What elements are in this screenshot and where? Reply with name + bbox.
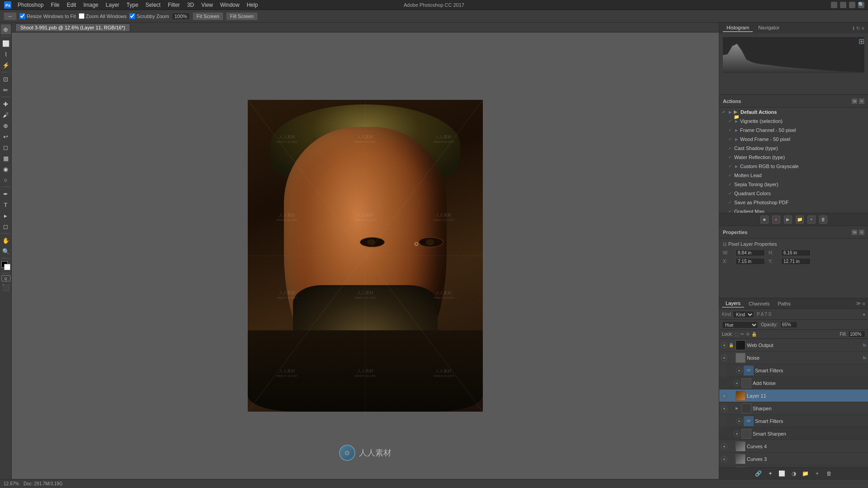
pen-tool[interactable]: ✒ bbox=[1, 189, 11, 199]
menu-3d[interactable]: 3D bbox=[184, 1, 197, 9]
histogram-menu-icon[interactable]: ≡ bbox=[862, 26, 864, 31]
histogram-expand-icon[interactable]: ⊞ bbox=[859, 38, 864, 45]
move-tool[interactable]: ⊕ bbox=[1, 24, 11, 34]
canvas-content[interactable]: 人人素材www.rr-sc.com 人人素材www.rr-sc.com 人人素材… bbox=[12, 33, 719, 479]
new-action-btn[interactable]: + bbox=[807, 216, 816, 224]
add-mask-btn[interactable]: ⬜ bbox=[778, 469, 787, 478]
tab-paths[interactable]: Paths bbox=[774, 300, 794, 307]
menu-view[interactable]: View bbox=[198, 1, 216, 9]
histogram-info-icon[interactable]: ℹ bbox=[853, 26, 854, 31]
layer-visibility-eye[interactable]: ● bbox=[721, 405, 727, 412]
properties-menu-btn[interactable]: ≡ bbox=[859, 230, 864, 235]
shape-tool[interactable]: ◻ bbox=[1, 221, 11, 231]
layer-visibility-eye[interactable]: ● bbox=[736, 367, 742, 374]
quick-select-tool[interactable]: ⚡ bbox=[1, 60, 11, 70]
new-group-btn[interactable]: 📁 bbox=[801, 469, 810, 478]
menu-filter[interactable]: Filter bbox=[165, 1, 183, 9]
layers-collapse-btn[interactable]: ≫ bbox=[856, 300, 861, 306]
layer-visibility-eye[interactable]: ● bbox=[734, 431, 740, 437]
lock-all-icon[interactable]: 🔒 bbox=[751, 332, 757, 337]
marquee-tool[interactable]: ⬜ bbox=[1, 38, 11, 48]
tab-histogram[interactable]: Histogram bbox=[723, 24, 753, 32]
layers-kind-select[interactable]: Kind bbox=[733, 311, 754, 318]
fill-input[interactable] bbox=[848, 331, 865, 338]
action-custom-rgb[interactable]: ✓ ▶ Custom RGB to Grayscale bbox=[726, 162, 868, 171]
action-wood-frame[interactable]: ✓ ▶ Wood Frame - 50 pixel bbox=[726, 135, 868, 144]
action-cast-shadow[interactable]: ✓ Cast Shadow (type) bbox=[726, 144, 868, 153]
zoom-tool[interactable]: 🔍 bbox=[1, 246, 11, 256]
history-brush-tool[interactable]: ↩ bbox=[1, 131, 11, 141]
layer-visibility-eye[interactable]: ● bbox=[721, 443, 727, 450]
layer-visibility-eye[interactable]: ● bbox=[721, 456, 727, 462]
crop-tool[interactable]: ⊡ bbox=[1, 74, 11, 84]
layer-curves-3[interactable]: ● Curves 3 bbox=[719, 453, 868, 465]
move-tool-btn[interactable]: ↔ bbox=[4, 12, 17, 20]
layer-add-noise[interactable]: ● Add Noise bbox=[719, 377, 868, 389]
layer-curves-4[interactable]: ● Curves 4 bbox=[719, 440, 868, 453]
color-swatches[interactable] bbox=[1, 261, 10, 270]
tab-navigator[interactable]: Navigator bbox=[755, 24, 783, 32]
action-water-reflection[interactable]: ✓ Water Reflection (type) bbox=[726, 153, 868, 162]
action-vignette[interactable]: ✓ ▶ Vignette (selection) bbox=[726, 117, 868, 126]
screen-mode-btn[interactable]: ⬛ bbox=[1, 282, 11, 292]
opacity-input[interactable] bbox=[780, 321, 797, 328]
layer-visibility-eye[interactable]: ● bbox=[721, 393, 727, 399]
fill-screen-btn[interactable]: Fill Screen bbox=[226, 12, 258, 20]
zoom-all-checkbox[interactable] bbox=[79, 13, 85, 19]
resize-windows-checkbox[interactable] bbox=[19, 13, 25, 19]
histogram-refresh-icon[interactable]: ↻ bbox=[856, 26, 860, 31]
lasso-tool[interactable]: ⌇ bbox=[1, 49, 11, 59]
fit-screen-btn[interactable]: Fit Screen bbox=[193, 12, 223, 20]
layer-web-output[interactable]: ● 🔒 Web Output fx bbox=[719, 339, 868, 352]
search-menu-icon[interactable]: 🔍 bbox=[858, 2, 864, 8]
layer-smart-filters-2[interactable]: ● SF Smart Filters bbox=[726, 415, 868, 427]
hand-tool[interactable]: ✋ bbox=[1, 235, 11, 245]
menu-image[interactable]: Image bbox=[80, 1, 101, 9]
new-set-btn[interactable]: 📁 bbox=[796, 216, 804, 224]
layer-visibility-eye[interactable]: ● bbox=[736, 418, 742, 424]
menu-window[interactable]: Window bbox=[217, 1, 243, 9]
filter-shape-icon[interactable]: S bbox=[768, 312, 771, 317]
blend-mode-select[interactable]: Hue Normal Multiply Screen bbox=[722, 321, 758, 328]
action-gradient-map[interactable]: ✓ Gradient Map bbox=[726, 207, 868, 213]
properties-collapse-btn[interactable]: ≫ bbox=[852, 230, 857, 235]
action-group-default[interactable]: ✓ ▶ ▶ 📁 Default Actions bbox=[719, 108, 868, 117]
filter-adjust-icon[interactable]: A bbox=[761, 312, 764, 317]
quick-mask-btn[interactable]: Q bbox=[1, 275, 10, 282]
play-btn[interactable]: ▶ bbox=[784, 216, 792, 224]
delete-action-btn[interactable]: 🗑 bbox=[819, 216, 827, 224]
action-frame-channel[interactable]: ✓ ▶ Frame Channel - 50 pixel bbox=[726, 126, 868, 135]
record-btn[interactable]: ● bbox=[772, 216, 780, 224]
scrubby-checkbox[interactable] bbox=[129, 13, 135, 19]
tab-layers[interactable]: Layers bbox=[722, 300, 744, 308]
action-sepia-toning[interactable]: ✓ Sepia Toning (layer) bbox=[726, 180, 868, 189]
layer-11[interactable]: ● Layer 11 bbox=[719, 389, 868, 402]
type-tool[interactable]: T bbox=[1, 200, 11, 210]
path-selection-tool[interactable]: ▸ bbox=[1, 211, 11, 221]
action-quadrant-colors[interactable]: ✓ Quadrant Colors bbox=[726, 189, 868, 198]
menu-help[interactable]: Help bbox=[244, 1, 261, 9]
menu-layer[interactable]: Layer bbox=[103, 1, 123, 9]
menu-file[interactable]: File bbox=[47, 1, 62, 9]
layer-visibility-eye[interactable]: ● bbox=[734, 380, 740, 386]
delete-layer-btn[interactable]: 🗑 bbox=[825, 469, 834, 478]
menu-photoshop[interactable]: Photoshop bbox=[14, 1, 47, 9]
eraser-tool[interactable]: ◻ bbox=[1, 142, 11, 152]
background-color[interactable] bbox=[4, 264, 10, 270]
layer-visibility-eye[interactable]: ● bbox=[721, 342, 727, 348]
action-molten-lead[interactable]: ✓ Molten Lead bbox=[726, 171, 868, 180]
lock-position-icon[interactable]: ✛ bbox=[746, 332, 750, 337]
add-layer-style-btn[interactable]: ✦ bbox=[766, 469, 775, 478]
lock-transparent-icon[interactable]: ⬚ bbox=[735, 332, 739, 337]
layer-visibility-eye[interactable]: ● bbox=[721, 355, 727, 361]
filter-type-icon[interactable]: T bbox=[764, 312, 767, 317]
zoom-input[interactable] bbox=[172, 13, 190, 20]
layer-smart-sharpen[interactable]: ● Smart Sharpen bbox=[719, 427, 868, 440]
filter-pixel-icon[interactable]: P bbox=[757, 312, 760, 317]
group-arrow-icon[interactable]: ▶ bbox=[736, 406, 740, 410]
canvas-tab[interactable]: Shoot 3-991.psb @ 12.6% (Layer 11, RGB/1… bbox=[15, 23, 130, 31]
new-layer-btn[interactable]: + bbox=[813, 469, 822, 478]
blur-tool[interactable]: ◉ bbox=[1, 164, 11, 174]
link-layers-btn[interactable]: 🔗 bbox=[754, 469, 763, 478]
action-save-pdf[interactable]: ✓ Save as Photoshop PDF bbox=[726, 198, 868, 207]
